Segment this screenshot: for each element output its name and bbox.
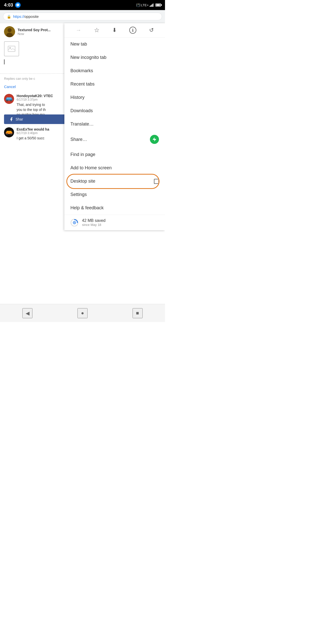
- translate-label: Translate…: [70, 122, 94, 127]
- url-bar[interactable]: 🔒 https://opposite: [3, 13, 162, 20]
- svg-rect-3: [8, 46, 15, 52]
- messenger-icon: [15, 2, 21, 8]
- svg-rect-14: [7, 131, 12, 133]
- home-icon: ●: [81, 310, 84, 316]
- lock-icon: 🔒: [7, 15, 11, 19]
- menu-item-translate[interactable]: Translate…: [64, 117, 165, 131]
- add-home-label: Add to Home screen: [70, 165, 112, 171]
- footer-text: 42 MB saved since May 18: [82, 218, 159, 227]
- menu-items-list: New tab New incognito tab Bookmarks Rece…: [64, 37, 165, 215]
- battery-icon: [155, 4, 161, 7]
- nav-bar: ◀ ● ■: [0, 304, 165, 322]
- svg-marker-19: [153, 137, 156, 142]
- svg-point-11: [11, 100, 12, 101]
- car-avatar-red: [4, 94, 14, 104]
- bookmarks-label: Bookmarks: [70, 68, 93, 73]
- footer-saved: 42 MB saved: [82, 218, 159, 223]
- signal-bars: [150, 3, 153, 7]
- post-image-placeholder: [4, 41, 19, 56]
- savings-icon: [70, 219, 78, 227]
- new-incognito-label: New incognito tab: [70, 55, 106, 60]
- status-right: 📳 LTE+: [136, 3, 161, 7]
- recents-button[interactable]: ■: [133, 308, 143, 318]
- menu-item-history[interactable]: History: [64, 91, 165, 104]
- status-left: 4:03: [4, 2, 21, 8]
- menu-item-settings[interactable]: Settings: [64, 188, 165, 201]
- bookmark-icon[interactable]: ☆: [94, 27, 100, 34]
- desktop-site-label: Desktop site: [70, 179, 95, 184]
- menu-toolbar: → ☆ ⬇ ℹ ↺: [64, 23, 165, 37]
- back-icon: ◀: [26, 310, 29, 316]
- menu-item-recent-tabs[interactable]: Recent tabs: [64, 77, 165, 91]
- svg-rect-7: [7, 97, 12, 99]
- time-display: 4:03: [4, 3, 13, 8]
- car-avatar-black: [4, 127, 14, 137]
- info-icon[interactable]: ℹ: [129, 27, 136, 34]
- forward-icon[interactable]: →: [76, 27, 81, 33]
- recent-tabs-label: Recent tabs: [70, 82, 95, 87]
- url-display: https://opposite: [13, 14, 39, 19]
- status-bar: 4:03 📳 LTE+: [0, 0, 165, 10]
- comment-avatar-1: [4, 94, 14, 104]
- menu-item-desktop-site[interactable]: Desktop site: [64, 175, 165, 188]
- footer-since: since May 18: [82, 223, 159, 227]
- desktop-site-checkbox[interactable]: [154, 179, 159, 184]
- menu-item-new-tab[interactable]: New tab: [64, 37, 165, 51]
- menu-footer: 42 MB saved since May 18: [64, 215, 165, 230]
- menu-item-downloads[interactable]: Downloads: [64, 104, 165, 117]
- menu-item-add-home[interactable]: Add to Home screen: [64, 161, 165, 175]
- back-button[interactable]: ◀: [22, 308, 32, 318]
- url-https-part: https://: [13, 14, 24, 19]
- menu-item-help[interactable]: Help & feedback: [64, 201, 165, 215]
- download-icon[interactable]: ⬇: [112, 27, 117, 33]
- new-tab-label: New tab: [70, 42, 87, 47]
- svg-point-22: [74, 222, 75, 223]
- menu-item-find-in-page[interactable]: Find in page: [64, 148, 165, 161]
- avatar: [4, 26, 15, 37]
- dropdown-menu: → ☆ ⬇ ℹ ↺ New tab New incognito tab Book…: [64, 23, 165, 230]
- history-label: History: [70, 95, 85, 100]
- svg-point-9: [7, 100, 8, 101]
- vibrate-icon: 📳: [136, 3, 140, 7]
- svg-point-16: [7, 134, 8, 134]
- recents-icon: ■: [136, 310, 139, 316]
- cursor-line: [4, 59, 5, 64]
- menu-item-new-incognito[interactable]: New incognito tab: [64, 51, 165, 64]
- svg-point-1: [8, 28, 12, 32]
- menu-item-share[interactable]: Share…: [64, 131, 165, 148]
- comment-avatar-2: [4, 127, 14, 137]
- find-in-page-label: Find in page: [70, 152, 95, 157]
- network-label: LTE+: [141, 3, 149, 7]
- share-label: Shar: [16, 117, 23, 121]
- settings-label: Settings: [70, 192, 87, 197]
- url-domain-part: opposite: [24, 14, 39, 19]
- svg-point-18: [11, 134, 12, 134]
- reload-icon[interactable]: ↺: [149, 27, 154, 33]
- share-menu-label: Share…: [70, 137, 87, 142]
- menu-item-bookmarks[interactable]: Bookmarks: [64, 64, 165, 77]
- downloads-label: Downloads: [70, 108, 93, 113]
- avatar-image: [4, 26, 15, 37]
- share-badge: [150, 135, 159, 144]
- help-label: Help & feedback: [70, 205, 104, 211]
- home-button[interactable]: ●: [77, 308, 88, 318]
- browser-bar[interactable]: 🔒 https://opposite: [0, 10, 165, 23]
